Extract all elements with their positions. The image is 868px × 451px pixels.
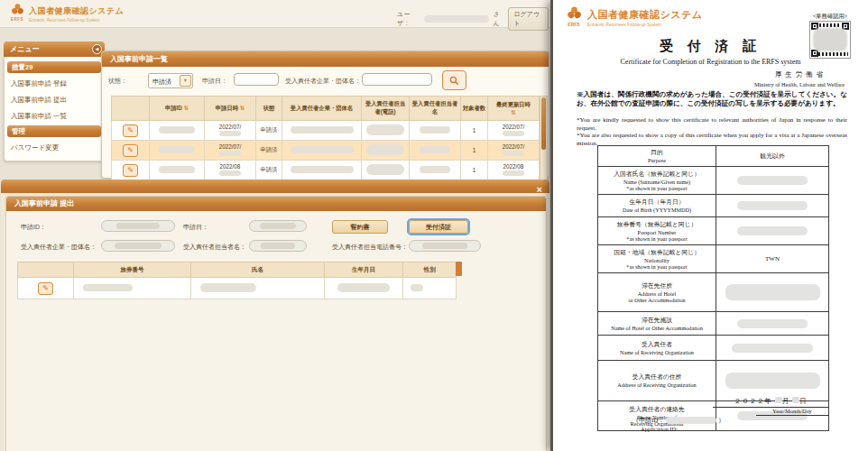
edit-pencil-button[interactable]	[123, 164, 138, 177]
system-title: 入国者健康確認システム	[29, 5, 124, 17]
user-suffix: さん	[493, 10, 504, 28]
redacted-value	[503, 131, 524, 136]
notice-japanese: ※入国者は、関係行政機関の求めがあった場合、この受付済証を呈示してください。なお…	[577, 90, 847, 109]
table-scrollbar-stub	[456, 262, 462, 276]
redacted-value	[291, 166, 354, 173]
edit-pencil-button[interactable]	[123, 124, 138, 137]
menu-header: メニュー	[4, 41, 105, 57]
redacted-value	[411, 284, 423, 291]
table-scrollbar	[540, 96, 548, 193]
app-date-field	[249, 220, 307, 232]
date-day-suffix: 日	[799, 397, 808, 405]
doc-application-id-en: Application ID:	[641, 426, 678, 432]
qr-pattern	[819, 23, 841, 27]
list-panel-title: 入国事前申請一覧	[102, 51, 549, 67]
submit-panel: 入国事前申請 提出 申請ID： 申請日： 誓約書 受付済証 受入責任者企業・団体…	[5, 196, 547, 451]
purpose-value: 観光以外	[716, 146, 829, 167]
logo-mark: ERFS	[565, 22, 583, 27]
cert-row-purpose: 目的Purpose 観光以外	[598, 146, 829, 167]
redacted-username	[424, 15, 490, 23]
redacted-value	[792, 397, 799, 403]
issue-date: ２０２２年 月 日	[713, 397, 828, 408]
col-organization: 受入責任者企業・団体名	[282, 97, 362, 121]
org-filter-input[interactable]	[362, 73, 432, 86]
notice-english: *You are kindly requested to show this c…	[577, 116, 847, 147]
sort-icon[interactable]	[184, 105, 189, 111]
redacted-value	[366, 164, 404, 175]
certificate-button[interactable]: 受付済証	[409, 220, 468, 234]
modal-title-bar	[1, 179, 549, 193]
status-select[interactable]: 申請済	[148, 73, 193, 88]
application-table: 申請ID 申請日時 状態 受入責任者企業・団体名 受入責任者担当者(電話) 受入…	[111, 96, 548, 180]
status-select-value: 申請済	[152, 78, 171, 87]
redacted-value	[737, 226, 808, 235]
contact-field	[249, 240, 307, 252]
menu-title: メニュー	[10, 45, 40, 53]
cert-row-nationality: 国籍・地域（旅券記載と同じ）Nationality*as shown in yo…	[598, 245, 829, 273]
contact-label: 受入責任者担当者名：	[183, 243, 246, 252]
edit-pencil-button[interactable]	[38, 282, 53, 295]
redacted-value	[115, 243, 162, 249]
notice-english-1: *You are kindly requested to show this c…	[577, 116, 847, 132]
sidebar-item-password[interactable]: パスワード変更	[7, 139, 101, 155]
app-id-label: 申請ID：	[21, 223, 46, 232]
sidebar-menu: メニュー 措置29 入国事前申請 登録 入国事前申請 提出 入国事前申請 一覧 …	[4, 41, 105, 161]
date-filter-label: 申請日：	[202, 77, 227, 86]
edit-pencil-button[interactable]	[123, 144, 138, 157]
chevron-down-icon[interactable]	[180, 75, 191, 87]
field-row-1: 申請ID： 申請日： 誓約書 受付済証	[6, 220, 546, 236]
phone-field	[409, 240, 481, 252]
sidebar-item-submit[interactable]: 入国事前申請 提出	[7, 91, 101, 107]
certificate-document: ERFS 入国者健康確認システム Entrants, Returnees Fol…	[550, 0, 868, 451]
col-contact-phone: 受入責任者担当者(電話)	[362, 97, 410, 121]
crest-icon	[11, 4, 24, 15]
redacted-value	[732, 344, 813, 353]
table-row: 2022/08 申請済 1 2022/08	[112, 161, 540, 180]
scrollbar-thumb[interactable]	[541, 97, 546, 150]
cert-row-passport: 旅券番号（旅券記載と同じ）Passport Number*as shown in…	[598, 217, 829, 245]
sort-icon[interactable]	[511, 109, 515, 115]
date-year: ２０２２年	[734, 397, 772, 405]
org-label: 受入責任者企業・団体名：	[21, 243, 97, 252]
traveler-header-row: 旅券番号 氏名 生年月日 性別	[18, 262, 457, 278]
doc-system-subtitle: Entrants, Returnees Follow-up System	[587, 23, 703, 27]
redacted-value	[159, 166, 195, 173]
date-filter-input[interactable]	[234, 73, 279, 86]
org-field	[101, 240, 175, 252]
redacted-value	[200, 283, 256, 292]
application-list-panel: 入国事前申請一覧 状態： 申請済 申請日： 受入責任者企業・団体名：	[101, 51, 549, 179]
logo-mark: ERFS	[9, 17, 25, 22]
redacted-value	[737, 176, 808, 185]
col-status: 状態	[256, 97, 282, 121]
logout-button[interactable]: ログアウト	[508, 7, 549, 31]
edit-column-header	[18, 262, 74, 278]
redacted-value	[83, 284, 133, 291]
system-subtitle: Entrants, Returnees Follow-up System	[29, 18, 124, 23]
sidebar-item-register[interactable]: 入国事前申請 登録	[7, 75, 101, 91]
redacted-value	[291, 146, 354, 153]
col-date-of-birth: 生年月日	[325, 262, 403, 278]
search-button[interactable]	[442, 70, 466, 90]
sort-icon[interactable]	[240, 105, 245, 111]
traveler-table: 旅券番号 氏名 生年月日 性別	[17, 262, 457, 299]
redacted-value	[420, 146, 450, 153]
cert-row-facility: 滞在先施設Name of Hotel or Other Accommodatio…	[598, 312, 829, 336]
col-contact-name: 受入責任者担当者名	[410, 97, 461, 121]
col-application-id[interactable]: 申請ID	[150, 97, 205, 121]
app-header: ERFS 入国者健康確認システム Entrants, Returnees Fol…	[0, 0, 550, 28]
redacted-value	[159, 146, 195, 153]
certificate-table: 目的Purpose 観光以外 入国者氏名（旅券記載と同じ）Name (Surna…	[597, 145, 829, 431]
col-application-datetime[interactable]: 申請日時	[205, 97, 256, 121]
certificate-title: 受 付 済 証	[553, 38, 868, 55]
user-area: ユーザ： さん ログアウト	[397, 7, 549, 31]
modal-body: 入国事前申請 提出 申請ID： 申請日： 誓約書 受付済証 受入責任者企業・団体…	[1, 193, 549, 451]
cert-row-org-address: 受入責任者の住所Address of Receiving Organizatio…	[598, 361, 829, 401]
cert-row-birth: 生年月日（年月日）Date of Birth (YYYYMMDD)	[598, 195, 829, 217]
ministry-block: 厚 生 労 働 省 Ministry of Health, Labour and…	[754, 70, 845, 87]
col-gender: 性別	[403, 262, 457, 278]
col-last-updated[interactable]: 最終更新日時	[488, 97, 540, 121]
sidebar-item-list[interactable]: 入国事前申請 一覧	[7, 107, 101, 124]
menu-body: 措置29 入国事前申請 登録 入国事前申請 提出 入国事前申請 一覧 管理 パス…	[4, 57, 105, 161]
pledge-button[interactable]: 誓約書	[332, 220, 388, 234]
col-full-name: 氏名	[191, 262, 325, 278]
